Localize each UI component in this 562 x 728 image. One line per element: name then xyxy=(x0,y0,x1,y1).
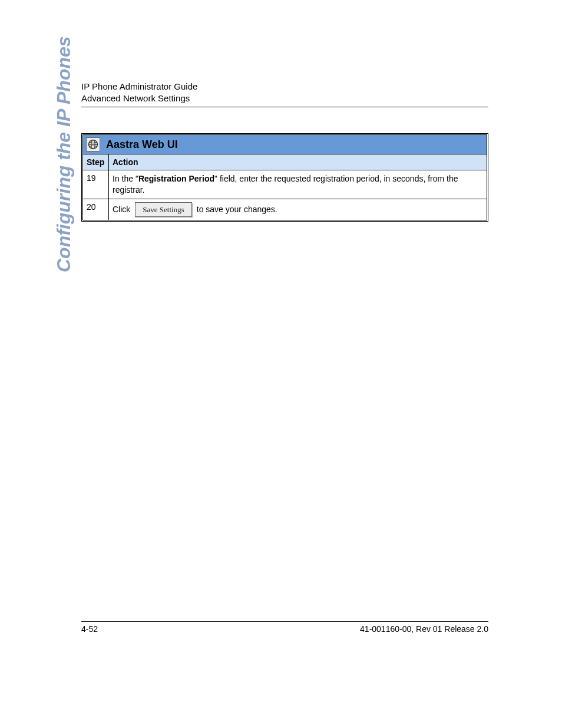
column-header-action: Action xyxy=(109,154,487,170)
procedure-table: Aastra Web UI Step Action 19 In the "Reg… xyxy=(81,133,488,222)
header-title: IP Phone Administrator Guide xyxy=(81,81,488,91)
table-row: 19 In the "Registration Period" field, e… xyxy=(83,170,487,199)
table-title-row: Aastra Web UI xyxy=(83,135,487,154)
action-cell: In the "Registration Period" field, ente… xyxy=(109,170,487,199)
page-header: IP Phone Administrator Guide Advanced Ne… xyxy=(81,81,488,107)
action-text-pre: Click xyxy=(113,204,130,215)
action-cell: Click Save Settings to save your changes… xyxy=(109,199,487,220)
action-text-bold: Registration Period xyxy=(138,174,214,183)
footer-divider xyxy=(81,621,488,622)
table-row: 20 Click Save Settings to save your chan… xyxy=(83,199,487,220)
header-divider xyxy=(81,107,488,107)
page-number: 4-52 xyxy=(81,624,98,634)
header-subtitle: Advanced Network Settings xyxy=(81,93,488,103)
column-header-step: Step xyxy=(83,154,109,170)
page-footer: 4-52 41-001160-00, Rev 01 Release 2.0 xyxy=(81,621,488,634)
save-settings-button[interactable]: Save Settings xyxy=(135,202,191,218)
action-text-pre: In the " xyxy=(113,174,138,183)
table-title-text: Aastra Web UI xyxy=(106,139,178,151)
table-header-row: Step Action xyxy=(83,154,487,170)
doc-revision: 41-001160-00, Rev 01 Release 2.0 xyxy=(360,624,488,634)
step-cell: 20 xyxy=(83,199,109,220)
step-cell: 19 xyxy=(83,170,109,199)
globe-icon xyxy=(86,137,100,151)
section-side-title: Configuring the IP Phones xyxy=(53,36,75,272)
action-text-post: to save your changes. xyxy=(197,204,277,215)
